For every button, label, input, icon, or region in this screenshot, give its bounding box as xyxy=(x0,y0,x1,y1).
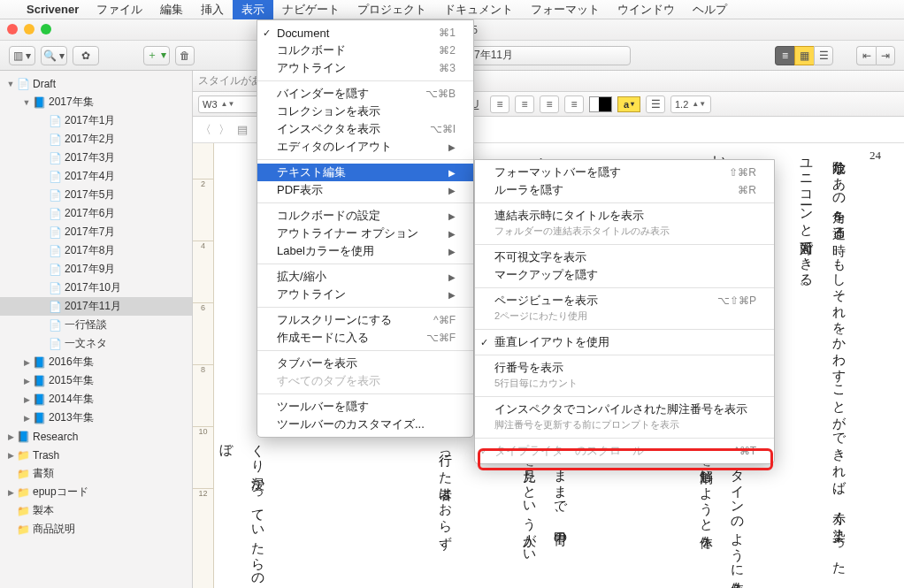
menu-item[interactable]: ✓垂直レイアウトを使用 xyxy=(475,333,774,351)
body-text: 危険なあの角を通る時、もしそれをかわすことができれば、赤く染まった xyxy=(824,150,855,568)
highlight-color-button[interactable]: a▾ xyxy=(617,96,640,112)
menu-item[interactable]: ルーラを隠す⌘R xyxy=(475,181,774,199)
minimize-icon[interactable] xyxy=(24,24,34,34)
body-text: くり浸かっていたらのぼ xyxy=(211,435,274,588)
binder-item[interactable]: 📄2017年10月 xyxy=(0,279,192,297)
view-menu-dropdown[interactable]: ✓Document⌘1コルクボード⌘2アウトライン⌘3バインダーを隠す⌥⌘Bコレ… xyxy=(257,19,474,438)
list-button[interactable]: ☰ xyxy=(646,95,665,113)
zoom-icon[interactable] xyxy=(41,24,51,34)
menu-navigate[interactable]: ナビゲート xyxy=(273,0,349,19)
binder-item[interactable]: 📁製本 xyxy=(0,501,192,520)
menu-item[interactable]: タブバーを表示 xyxy=(257,355,473,372)
binder-item[interactable]: 📄2017年9月 xyxy=(0,260,192,279)
body-text: ユニコーンと対面できる。 xyxy=(791,150,823,294)
menu-item[interactable]: フルスクリーンにする^⌘F xyxy=(257,311,473,329)
align-justify-button[interactable]: ≡ xyxy=(564,95,584,113)
menu-item[interactable]: フォーマットバーを隠す⇧⌘R xyxy=(475,164,774,181)
binder-item[interactable]: 📄2017年8月 xyxy=(0,241,192,260)
menu-edit[interactable]: 編集 xyxy=(151,0,192,19)
binder[interactable]: ▼📄Draft▼📘2017年集📄2017年1月📄2017年2月📄2017年3月📄… xyxy=(0,71,193,588)
align-center-button[interactable]: ≡ xyxy=(515,95,534,113)
binder-item[interactable]: 📄2017年1月 xyxy=(0,111,192,130)
menu-item[interactable]: インスペクタでコンパイルされた脚注番号を表示 xyxy=(475,401,774,418)
settings-button[interactable]: ✿ xyxy=(73,46,99,65)
text-editing-submenu[interactable]: フォーマットバーを隠す⇧⌘Rルーラを隠す⌘R連結表示時にタイトルを表示フォルダー… xyxy=(474,159,775,464)
menu-file[interactable]: ファイル xyxy=(88,0,151,19)
menu-item[interactable]: コレクションを表示 xyxy=(257,103,473,120)
menu-item[interactable]: 連結表示時にタイトルを表示 xyxy=(475,207,774,225)
binder-item[interactable]: 📄2017年6月 xyxy=(0,204,192,223)
binder-item[interactable]: ▶📁Trash xyxy=(0,446,192,464)
menu-item[interactable]: ✓Document⌘1 xyxy=(257,24,473,42)
menu-item[interactable]: テキスト編集▶ xyxy=(257,164,473,181)
binder-item[interactable]: 📄2017年4月 xyxy=(0,167,192,186)
binder-item[interactable]: 📄2017年11月 xyxy=(0,297,192,316)
menu-document[interactable]: ドキュメント xyxy=(435,0,522,19)
menu-item[interactable]: ツールバーを隠す xyxy=(257,398,473,416)
menu-item[interactable]: 作成モードに入る⌥⌘F xyxy=(257,329,473,347)
binder-toggle-button[interactable]: ▥ ▾ xyxy=(9,46,35,65)
trash-button[interactable]: 🗑 xyxy=(175,46,195,65)
binder-item[interactable]: 📄2017年3月 xyxy=(0,149,192,167)
indent-right-button[interactable]: ⇥ xyxy=(876,46,895,65)
binder-item[interactable]: 📄2017年2月 xyxy=(0,130,192,149)
menubar: Scrivener ファイル 編集 挿入 表示 ナビゲート プロジェクト ドキュ… xyxy=(0,0,904,19)
binder-item[interactable]: 📁商品説明 xyxy=(0,520,192,538)
page-icon: ▤ xyxy=(237,123,248,136)
menu-item[interactable]: ページビューを表示⌥⇧⌘P xyxy=(475,292,774,309)
binder-item[interactable]: ▶📘2013年集 xyxy=(0,409,192,427)
search-button[interactable]: 🔍 ▾ xyxy=(41,46,67,65)
menu-item[interactable]: 行番号を表示 xyxy=(475,359,774,377)
menu-item[interactable]: バインダーを隠す⌥⌘B xyxy=(257,85,473,103)
menu-subtext: 5行目毎にカウント xyxy=(475,377,774,393)
align-right-button[interactable]: ≡ xyxy=(540,95,559,113)
menu-view[interactable]: 表示 xyxy=(233,0,273,19)
menu-item[interactable]: コルクボード⌘2 xyxy=(257,42,473,59)
menu-item[interactable]: アウトライン▶ xyxy=(257,286,473,303)
binder-item[interactable]: ▶📘2015年集 xyxy=(0,371,192,390)
menu-item[interactable]: コルクボードの設定▶ xyxy=(257,207,473,225)
binder-item[interactable]: ▶📘Research xyxy=(0,427,192,446)
forward-button[interactable]: 〉 xyxy=(218,122,230,138)
cork-view-icon[interactable]: ▦ xyxy=(794,46,814,65)
menu-item[interactable]: アウトライナー オプション▶ xyxy=(257,225,473,242)
binder-item[interactable]: 📄一文ネタ xyxy=(0,334,192,353)
menu-item[interactable]: マークアップを隠す xyxy=(475,266,774,284)
linespace-select[interactable]: 1.2▲▼ xyxy=(670,95,711,113)
menu-item[interactable]: エディタのレイアウト▶ xyxy=(257,138,473,156)
menu-item[interactable]: ツールバーのカスタマイズ... xyxy=(257,416,473,433)
binder-item[interactable]: ▼📘2017年集 xyxy=(0,93,192,111)
menu-insert[interactable]: 挿入 xyxy=(192,0,233,19)
menu-item[interactable]: インスペクタを表示⌥⌘I xyxy=(257,120,473,138)
menu-format[interactable]: フォーマット xyxy=(522,0,609,19)
body-text: 行った者はおらず、 xyxy=(430,444,462,556)
binder-item[interactable]: 📄2017年5月 xyxy=(0,186,192,204)
view-mode-segment[interactable]: ≡ ▦ ☰ xyxy=(775,46,833,65)
menu-item[interactable]: アウトライン⌘3 xyxy=(257,59,473,77)
menu-item[interactable]: 不可視文字を表示 xyxy=(475,248,774,266)
menu-subtext: 2ページにわたり使用 xyxy=(475,309,774,325)
menu-item: すべてのタブを表示 xyxy=(257,372,473,390)
text-color-button[interactable] xyxy=(589,96,612,112)
add-button[interactable]: ＋ ▾ xyxy=(143,46,170,65)
back-button[interactable]: 〈 xyxy=(200,122,211,138)
align-left-button[interactable]: ≡ xyxy=(490,95,509,113)
indent-left-button[interactable]: ⇤ xyxy=(856,46,876,65)
menu-item[interactable]: Labelカラーを使用▶ xyxy=(257,242,473,260)
doc-view-icon[interactable]: ≡ xyxy=(775,46,794,65)
menu-item[interactable]: 拡大/縮小▶ xyxy=(257,268,473,286)
binder-item[interactable]: ▶📘2016年集 xyxy=(0,353,192,371)
outline-view-icon[interactable]: ☰ xyxy=(814,46,833,65)
close-icon[interactable] xyxy=(7,24,18,34)
app-menu[interactable]: Scrivener xyxy=(18,0,88,19)
menu-help[interactable]: ヘルプ xyxy=(684,0,736,19)
menu-project[interactable]: プロジェクト xyxy=(349,0,435,19)
binder-item[interactable]: ▼📄Draft xyxy=(0,74,192,93)
binder-item[interactable]: ▶📘2014年集 xyxy=(0,390,192,409)
binder-item[interactable]: 📁書類 xyxy=(0,464,192,483)
binder-item[interactable]: 📄2017年7月 xyxy=(0,223,192,241)
binder-item[interactable]: 📄一行怪談 xyxy=(0,316,192,334)
menu-window[interactable]: ウインドウ xyxy=(609,0,684,19)
binder-item[interactable]: ▶📁epupコード xyxy=(0,483,192,501)
menu-item[interactable]: PDF表示▶ xyxy=(257,181,473,199)
